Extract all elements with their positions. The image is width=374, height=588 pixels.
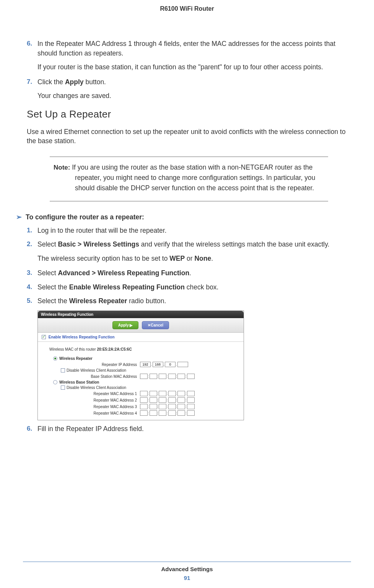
ip-octet-2[interactable] — [153, 362, 163, 367]
procedure-title: To configure the router as a repeater: — [26, 213, 144, 221]
repeater-ip-label: Repeater IP Address — [42, 363, 140, 367]
step-number: 4. — [27, 283, 37, 292]
mac-input[interactable] — [177, 397, 185, 403]
mac-input[interactable] — [150, 391, 157, 396]
mac-input[interactable] — [168, 391, 176, 396]
proc-step-2-sub: The wireless security option has to be s… — [37, 254, 351, 263]
mac-input[interactable] — [168, 374, 176, 379]
mac-input[interactable] — [140, 410, 148, 416]
rmac4-row: Repeater MAC Address 4 ::::: — [42, 410, 239, 416]
mac-input[interactable] — [140, 391, 148, 396]
disable-assoc-label-2: Disable Wireless Client Association — [67, 385, 126, 390]
rmac4-label: Repeater MAC Address 4 — [42, 411, 140, 415]
mac-input[interactable] — [150, 397, 157, 403]
mac-input[interactable] — [159, 410, 166, 416]
disable-assoc-checkbox[interactable] — [61, 368, 65, 372]
repeater-radio-row: Wireless Repeater — [42, 356, 239, 361]
step-7-sub: Your changes are saved. — [37, 91, 351, 101]
mac-input[interactable] — [187, 391, 195, 396]
step-6: 6. In the Repeater MAC Address 1 through… — [27, 39, 351, 58]
mac-input[interactable] — [187, 374, 195, 379]
step-number: 6. — [27, 39, 37, 58]
mac-input[interactable] — [187, 404, 195, 409]
mac-input[interactable] — [177, 404, 185, 409]
ss-toolbar: Apply ▶ ✕Cancel — [38, 318, 244, 333]
wireless-repeater-radio[interactable] — [53, 356, 57, 361]
embedded-screenshot: Wireless Repeating Function Apply ▶ ✕Can… — [37, 310, 244, 421]
mac-input[interactable] — [150, 404, 157, 409]
mac-input[interactable] — [159, 374, 166, 379]
mac-input[interactable] — [159, 404, 166, 409]
step-text: Select the Wireless Repeater radio butto… — [37, 296, 351, 306]
base-mac-label: Base Station MAC Address — [42, 374, 140, 379]
step-7: 7. Click the Apply button. — [27, 77, 351, 87]
footer-page-number: 91 — [0, 575, 374, 581]
disable-assoc-row-1: Disable Wireless Client Association — [42, 368, 239, 372]
mac-input[interactable] — [168, 397, 176, 403]
enable-checkbox[interactable] — [42, 335, 46, 339]
mac-input[interactable] — [159, 397, 166, 403]
mac-input[interactable] — [168, 410, 176, 416]
mac-input[interactable] — [140, 404, 148, 409]
ip-octet-4[interactable] — [177, 362, 188, 367]
cancel-button[interactable]: ✕Cancel — [142, 321, 169, 329]
step-text: Select Advanced > Wireless Repeating Fun… — [37, 268, 351, 278]
chevron-icon: ➢ — [16, 213, 22, 221]
wireless-base-station-label: Wireless Base Station — [59, 380, 99, 384]
step-number: 5. — [27, 296, 37, 306]
step-text: Fill in the Repeater IP Address field. — [37, 424, 351, 434]
step-6-sub: If your router is the base station, it c… — [37, 62, 351, 72]
wireless-base-station-radio[interactable] — [53, 380, 57, 384]
step-number: 2. — [27, 240, 37, 249]
proc-step-6: 6. Fill in the Repeater IP Address field… — [27, 424, 351, 434]
step-text: Select Basic > Wireless Settings and ver… — [37, 240, 351, 249]
step-text: Select the Enable Wireless Repeating Fun… — [37, 283, 351, 292]
note-text: If you are using the router as the base … — [72, 163, 315, 192]
apply-button[interactable]: Apply ▶ — [112, 321, 139, 329]
enable-label: Enable Wireless Repeating Function — [49, 335, 115, 339]
mac-input[interactable] — [177, 374, 185, 379]
repeater-ip-row: Repeater IP Address . . . — [42, 362, 239, 367]
step-number: 6. — [27, 424, 37, 434]
mac-input[interactable] — [159, 391, 166, 396]
note-box: Note: If you are using the router as the… — [50, 157, 328, 201]
proc-step-3: 3. Select Advanced > Wireless Repeating … — [27, 268, 351, 278]
note-label: Note: — [54, 164, 72, 171]
rmac3-label: Repeater MAC Address 3 — [42, 405, 140, 409]
ss-title-bar: Wireless Repeating Function — [38, 311, 244, 318]
page-footer: Advanced Settings 91 — [0, 562, 374, 581]
mac-input[interactable] — [150, 374, 157, 379]
disable-assoc-row-2: Disable Wireless Client Association — [42, 385, 239, 390]
ss-enable-section: Enable Wireless Repeating Function — [38, 333, 244, 342]
mac-input[interactable] — [150, 410, 157, 416]
mac-input[interactable] — [168, 404, 176, 409]
mac-input[interactable] — [177, 410, 185, 416]
mac-input[interactable] — [177, 391, 185, 396]
step-text: Click the Apply button. — [37, 77, 351, 87]
step-number: 1. — [27, 226, 37, 235]
step-number: 7. — [27, 77, 37, 87]
proc-step-2: 2. Select Basic > Wireless Settings and … — [27, 240, 351, 249]
ip-octet-3[interactable] — [165, 362, 176, 367]
ip-octet-1[interactable] — [140, 362, 151, 367]
rmac2-label: Repeater MAC Address 2 — [42, 398, 140, 402]
base-mac-row: Base Station MAC Address : : : : : — [42, 374, 239, 379]
step-text: Log in to the router that will be the re… — [37, 226, 351, 235]
rmac1-row: Repeater MAC Address 1 ::::: — [42, 391, 239, 396]
step-text: In the Repeater MAC Address 1 through 4 … — [37, 39, 351, 58]
footer-title: Advanced Settings — [0, 566, 374, 572]
base-station-radio-row: Wireless Base Station — [42, 380, 239, 384]
disable-assoc-checkbox-2[interactable] — [61, 385, 65, 390]
router-mac-line: Wireless MAC of this router 20:E5:2A:2A:… — [42, 345, 239, 352]
mac-input[interactable] — [140, 397, 148, 403]
proc-step-5: 5. Select the Wireless Repeater radio bu… — [27, 296, 351, 306]
mac-input[interactable] — [187, 397, 195, 403]
step-number: 3. — [27, 268, 37, 278]
rmac3-row: Repeater MAC Address 3 ::::: — [42, 404, 239, 409]
section-heading: Set Up a Repeater — [27, 108, 351, 120]
mac-input[interactable] — [140, 374, 148, 379]
rmac2-row: Repeater MAC Address 2 ::::: — [42, 397, 239, 403]
proc-step-1: 1. Log in to the router that will be the… — [27, 226, 351, 235]
doc-header: R6100 WiFi Router — [23, 4, 351, 39]
mac-input[interactable] — [187, 410, 195, 416]
